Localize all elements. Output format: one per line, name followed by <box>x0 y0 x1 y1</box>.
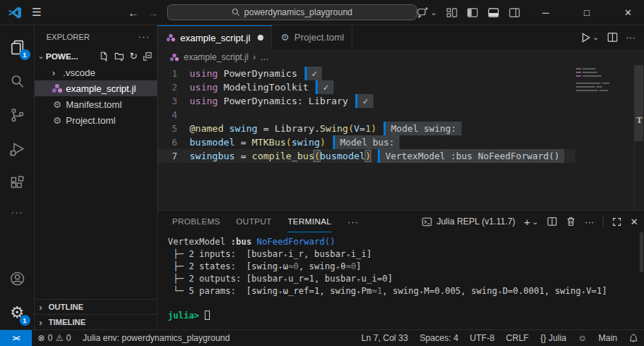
breadcrumb-more[interactable]: … <box>260 52 268 62</box>
terminal-token: :bus <box>231 237 252 247</box>
activity-explorer[interactable]: 1 <box>0 30 35 64</box>
minimap[interactable] <box>576 68 634 93</box>
minimize-button[interactable]: ─ <box>530 0 562 25</box>
code-line[interactable]: 1using PowerDynamics✓ <box>158 67 575 80</box>
plus-icon: + <box>524 216 530 228</box>
timeline-section[interactable]: › TIMELINE <box>35 314 157 329</box>
terminal-area[interactable]: VertexModel :bus NoFeedForward() ├─ 2 in… <box>158 232 644 329</box>
terminal-panel: PROBLEMS OUTPUT TERMINAL ··· Julia REPL … <box>158 210 644 329</box>
file-item-project[interactable]: ⚙ Project.toml <box>35 112 157 128</box>
settings-button[interactable]: ⚙ 1 <box>0 295 35 329</box>
new-folder-button[interactable] <box>114 51 124 62</box>
terminal-line: ├─ 2 states: [swing₊ω≈0, swing₊θ≈0] <box>168 261 644 273</box>
workspace-section-header[interactable]: ⌄ POWE... ↻ <box>35 48 157 64</box>
activity-run-debug[interactable] <box>0 132 35 166</box>
line-number: 6 <box>158 135 190 149</box>
problems-indicator[interactable]: ⊗ 0 ⚠ 0 <box>32 330 77 346</box>
terminal-instance-select[interactable]: Julia REPL (v1.11.7) <box>422 216 515 227</box>
chevron-right-icon: › <box>39 302 46 313</box>
encoding[interactable]: UTF-8 <box>464 333 500 343</box>
maximize-panel-button[interactable] <box>612 217 622 227</box>
file-item-manifest[interactable]: ⚙ Manifest.toml <box>35 96 157 112</box>
remote-indicator[interactable]: >< <box>0 330 32 346</box>
close-button[interactable]: ✕ <box>612 0 644 25</box>
collapse-all-button[interactable] <box>143 51 153 62</box>
panel-header: PROBLEMS OUTPUT TERMINAL ··· Julia REPL … <box>158 211 644 232</box>
title-bar: ☰ ← → powerdynamics_playground ⌄ <box>0 0 644 25</box>
code-token: ModelingToolkit <box>218 82 308 93</box>
julia-module-indicator[interactable]: Main <box>593 333 623 343</box>
command-center[interactable]: powerdynamics_playground <box>167 4 417 20</box>
code-token: swing <box>292 137 320 148</box>
code-editor[interactable]: 1using PowerDynamics✓2using ModelingTool… <box>158 65 644 210</box>
activity-more[interactable]: ··· <box>0 200 35 224</box>
kill-terminal-button[interactable] <box>566 216 576 227</box>
toggle-secondary-sidebar-button[interactable] <box>509 7 520 18</box>
language-mode[interactable]: {} Julia <box>535 333 572 343</box>
modified-dot-icon[interactable] <box>258 35 263 41</box>
tab-example-script[interactable]: example_script.jl <box>158 25 272 49</box>
breadcrumb[interactable]: example_script.jl › … <box>158 49 644 65</box>
code-line[interactable]: 3using PowerDynamics: Library✓ <box>158 94 575 108</box>
smiley-icon: ☺ <box>578 333 587 343</box>
file-item-vscode[interactable]: › .vscode <box>35 64 157 80</box>
vscode-window: ☰ ← → powerdynamics_playground ⌄ <box>0 0 644 346</box>
terminal-line <box>168 298 644 310</box>
back-icon[interactable]: ← <box>128 7 139 19</box>
editor-more-icon[interactable]: ··· <box>626 32 635 43</box>
chevron-down-icon[interactable]: ⌄ <box>593 33 599 42</box>
run-file-button[interactable]: ⌄ <box>580 32 599 43</box>
scrollbar-thumb[interactable] <box>635 65 643 141</box>
account-button[interactable] <box>0 261 35 295</box>
close-panel-button[interactable]: ✕ <box>630 216 638 227</box>
remote-icon: >< <box>12 334 20 342</box>
tab-project-toml[interactable]: ⚙ Project.toml <box>272 25 353 49</box>
code-line[interactable]: 4 <box>158 108 575 122</box>
copilot-button[interactable]: ⌄ <box>417 7 437 18</box>
toggle-primary-sidebar-button[interactable] <box>467 7 478 18</box>
menu-icon[interactable]: ☰ <box>32 6 41 19</box>
customize-layout-button[interactable] <box>446 7 457 18</box>
tab-terminal[interactable]: TERMINAL <box>287 211 331 232</box>
terminal-icon <box>422 217 432 227</box>
terminal-scrollbar[interactable] <box>640 232 643 272</box>
new-terminal-button[interactable]: + ⌄ <box>524 216 538 228</box>
code-token: busmodel <box>320 151 365 161</box>
activity-extensions[interactable] <box>0 166 35 200</box>
tab-problems[interactable]: PROBLEMS <box>172 211 220 232</box>
code-line[interactable]: 5@named swing = Library.Swing(V=1)Model … <box>158 122 575 135</box>
notifications-button[interactable] <box>623 334 644 343</box>
activity-search[interactable] <box>0 64 35 98</box>
split-terminal-button[interactable] <box>547 216 557 227</box>
more-icon: ··· <box>11 206 23 218</box>
code-token: = <box>360 123 365 134</box>
breadcrumb-sep-icon: › <box>253 52 255 62</box>
cursor-position[interactable]: Ln 7, Col 33 <box>355 333 414 343</box>
inline-result-badge: Model bus: <box>333 135 399 149</box>
refresh-button[interactable]: ↻ <box>130 51 137 62</box>
search-icon <box>9 72 26 90</box>
split-editor-button[interactable] <box>607 32 618 43</box>
line-number: 3 <box>158 94 190 108</box>
new-file-button[interactable] <box>99 51 109 62</box>
code-line[interactable]: 2using ModelingToolkit✓ <box>158 80 575 94</box>
tab-output[interactable]: OUTPUT <box>236 211 271 232</box>
breadcrumb-file[interactable]: example_script.jl <box>184 52 248 62</box>
panel-more-icon[interactable]: ··· <box>585 216 594 227</box>
sidebar-more-icon[interactable]: ··· <box>138 31 150 42</box>
panel-tabs-more-icon[interactable]: ··· <box>347 216 359 227</box>
activity-source-control[interactable] <box>0 98 35 132</box>
maximize-button[interactable]: □ <box>571 0 603 25</box>
terminal-line: ├─ 2 inputs: [busbar₊i_r, busbar₊i_i] <box>168 248 644 261</box>
feedback-button[interactable]: ☺ <box>572 333 593 343</box>
outline-label: OUTLINE <box>48 303 83 311</box>
file-item-example-script[interactable]: example_script.jl <box>35 80 157 96</box>
toggle-panel-button[interactable] <box>488 7 499 18</box>
eol[interactable]: CRLF <box>500 333 534 343</box>
outline-section[interactable]: › OUTLINE <box>35 299 157 314</box>
indentation[interactable]: Spaces: 4 <box>414 333 464 343</box>
code-line[interactable]: 7swingbus = compile_bus(busmodel)VertexM… <box>158 149 575 163</box>
julia-env-indicator[interactable]: Julia env: powerdynamics_playground <box>77 330 235 346</box>
code-line[interactable]: 6busmodel = MTKBus(swing)Model bus: <box>158 135 575 149</box>
editor-scrollbar[interactable]: T <box>634 65 644 210</box>
